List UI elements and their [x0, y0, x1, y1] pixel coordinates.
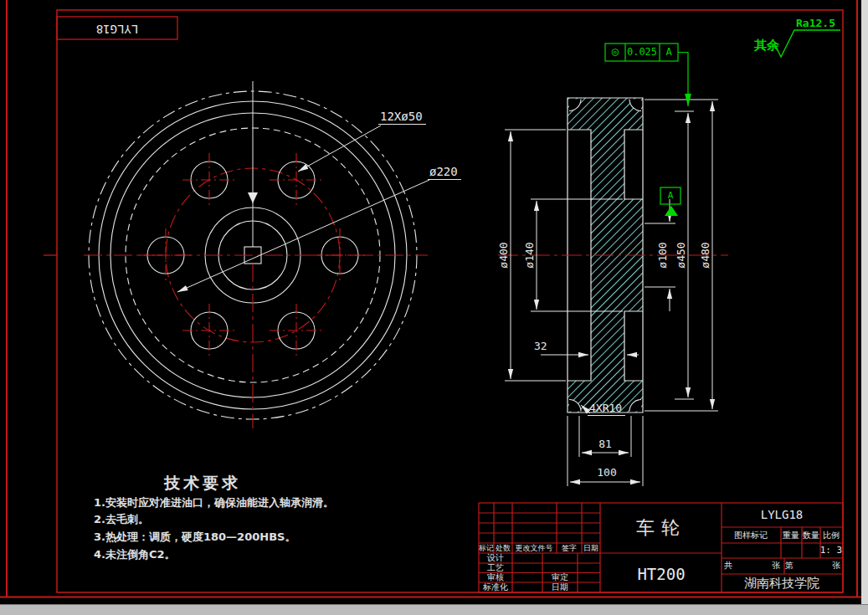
tech-req-item: 1.安装时应对准进油口，确保油能进入轴承润滑。 [94, 495, 334, 510]
sheet-total: 共 [724, 560, 732, 571]
sheet-zhang2: 张 [832, 560, 840, 571]
header-scale: 比例 [823, 530, 840, 541]
dim-width-inner: 81 [598, 438, 612, 450]
surface-roughness-value: Ra12.5 [796, 18, 835, 29]
keyway-mark [248, 192, 258, 203]
drawing-code: LYLG18 [761, 509, 804, 521]
rev-header-date: 日期 [583, 543, 598, 554]
material: HT200 [637, 566, 685, 583]
organization: 湖南科技学院 [744, 576, 819, 592]
tolerance-datum-ref: A [665, 47, 671, 58]
roughness-icon [774, 30, 840, 57]
leaders [177, 126, 429, 292]
tolerance-value: 0.025 [627, 47, 657, 58]
taskbar [0, 604, 868, 615]
front-view [84, 81, 429, 428]
datum-letter: A [668, 191, 674, 201]
dim-fillet-radius: 4XR10 [588, 402, 625, 416]
dim-bore-diameter: ø100 [657, 242, 669, 268]
dim-web-thickness: 32 [534, 341, 547, 352]
header-qty: 数量 [803, 530, 819, 541]
rev-header-doc: 更改文件号 [516, 543, 553, 554]
dim-flange-diameter: ø450 [675, 242, 687, 268]
dim-width-outer: 100 [597, 467, 616, 479]
tech-req-item: 4.未注倒角C2。 [94, 547, 176, 562]
role-standardize: 标准化 [483, 582, 508, 593]
tech-req-title: 技术要求 [164, 473, 241, 495]
scrollbar[interactable] [861, 0, 868, 604]
sheet-zhang1: 张 [772, 560, 780, 571]
header-weight: 重量 [783, 530, 799, 541]
cad-drawing-window: LYLG18 其余 Ra12.5 ◎ 0.025 A A 12Xø50 ø220… [0, 0, 868, 615]
corner-drawing-code: LYLG18 [96, 22, 139, 34]
concentricity-icon: ◎ [612, 45, 619, 58]
tech-req-item: 3.热处理：调质，硬度180—200HBS。 [94, 530, 295, 545]
datum-triangle [665, 206, 678, 216]
part-name: 车轮 [636, 515, 686, 541]
dim-outer-diameter: ø480 [700, 242, 711, 268]
scale-value: 1: 3 [820, 546, 843, 556]
sheet-no: 第 [785, 560, 794, 571]
dim-hub-diameter: ø140 [524, 242, 536, 268]
header-pattern-mark: 图样标记 [734, 530, 768, 541]
bolt-circle-dim-label: ø220 [428, 166, 461, 180]
surface-note-prefix: 其余 [754, 38, 779, 53]
tech-req-item: 2.去毛刺。 [94, 512, 149, 527]
holes-dim-label: 12Xø50 [378, 110, 426, 125]
role-date: 日期 [552, 582, 568, 593]
dim-rim-diameter: ø400 [498, 242, 510, 268]
rev-header-sign: 签字 [562, 543, 577, 554]
